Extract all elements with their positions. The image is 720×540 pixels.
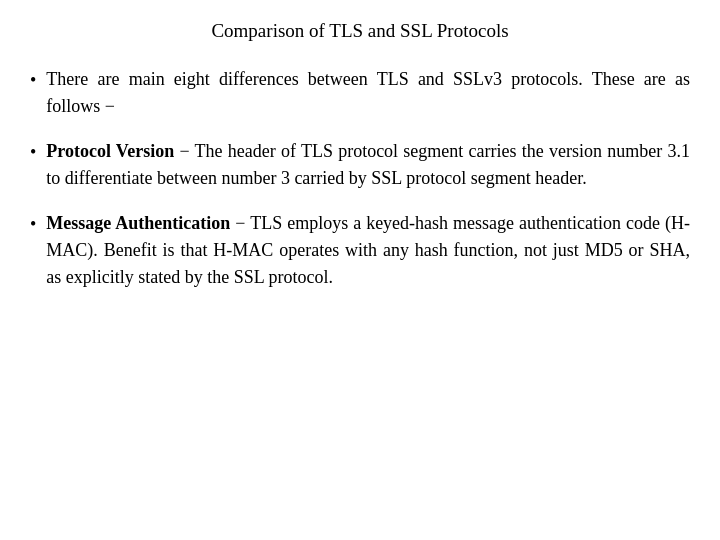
item-2-text: Protocol Version − The header of TLS pro… bbox=[46, 138, 690, 192]
bullet-marker: • bbox=[30, 67, 36, 94]
list-item: • There are main eight differences betwe… bbox=[30, 66, 690, 120]
item-1-body: There are main eight differences between… bbox=[46, 69, 690, 116]
item-3-separator: − bbox=[230, 213, 250, 233]
bullet-marker: • bbox=[30, 139, 36, 166]
item-2-prefix: Protocol Version bbox=[46, 141, 174, 161]
list-item: • Message Authentication − TLS employs a… bbox=[30, 210, 690, 291]
page: Comparison of TLS and SSL Protocols • Th… bbox=[0, 0, 720, 540]
item-3-prefix: Message Authentication bbox=[46, 213, 230, 233]
page-title: Comparison of TLS and SSL Protocols bbox=[211, 20, 508, 42]
item-3-text: Message Authentication − TLS employs a k… bbox=[46, 210, 690, 291]
item-2-separator: − bbox=[174, 141, 194, 161]
bullet-marker: • bbox=[30, 211, 36, 238]
list-item: • Protocol Version − The header of TLS p… bbox=[30, 138, 690, 192]
item-1-text: There are main eight differences between… bbox=[46, 66, 690, 120]
content-area: • There are main eight differences betwe… bbox=[30, 66, 690, 291]
